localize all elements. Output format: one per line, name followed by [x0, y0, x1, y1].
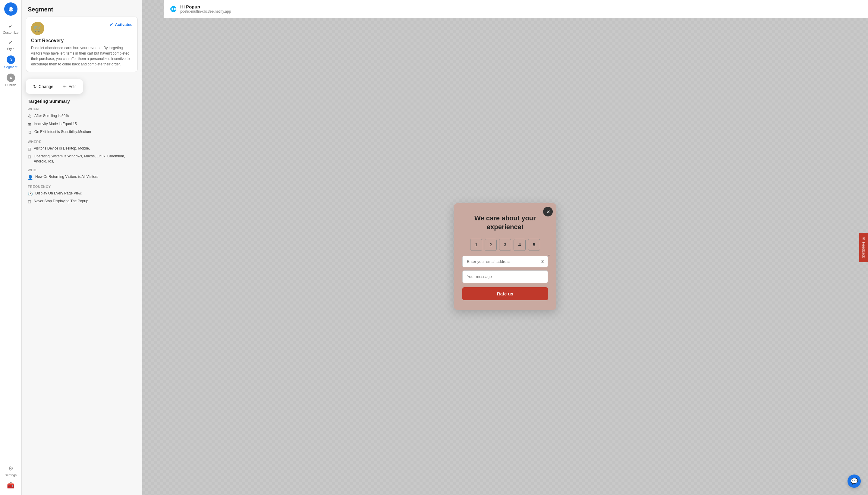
- activated-label: Activated: [115, 22, 133, 27]
- logo-icon: ◉: [8, 6, 13, 12]
- feedback-label: Feedback: [862, 242, 866, 258]
- when-label: WHEN: [28, 107, 136, 111]
- sidebar-item-customize[interactable]: ✓ Customize: [0, 20, 21, 37]
- sidebar-item-publish[interactable]: 4 Publish: [0, 71, 21, 89]
- close-icon: ✕: [546, 209, 550, 215]
- display-text: Display On Every Page View.: [35, 191, 82, 196]
- page-title: Segment: [22, 0, 142, 17]
- activated-check-icon: ✓: [109, 22, 113, 28]
- sidebar-item-integrations[interactable]: 🧰: [4, 479, 18, 491]
- action-popup: ↻ Change ✏ Edit: [26, 79, 83, 94]
- email-icon: ✉: [540, 259, 544, 264]
- targeting-item: ⊟ Never Stop Displaying The Popup: [28, 199, 136, 205]
- scroll-text: After Scrolling is 50%: [34, 113, 69, 118]
- rating-4-button[interactable]: 4: [514, 239, 526, 251]
- publish-step-number: 4: [7, 73, 15, 82]
- feedback-icon: ✉: [862, 237, 866, 240]
- display-icon: 🕐: [28, 191, 33, 197]
- targeting-summary: Targeting Summary WHEN ⏱ After Scrolling…: [22, 94, 142, 214]
- chat-button[interactable]: 💬: [848, 475, 861, 488]
- rating-1-button[interactable]: 1: [470, 239, 482, 251]
- required-asterisk: *: [548, 254, 550, 258]
- top-bar-info: Hi Popup poetic-muffin-cbc3ee.netlify.ap…: [180, 4, 231, 14]
- card-top: 🛒 ✓ Activated: [31, 22, 133, 35]
- change-icon: ↻: [33, 84, 37, 89]
- status-badge: ✓ Activated: [109, 22, 133, 28]
- site-title: Hi Popup: [180, 4, 231, 9]
- visitor-icon: 👤: [28, 174, 33, 181]
- app-logo[interactable]: ◉: [4, 2, 17, 16]
- edit-label: Edit: [68, 84, 76, 89]
- preview-popup: ✕ We care about your experience! 1 2 3 4…: [454, 203, 556, 310]
- main-content: ✕ We care about your experience! 1 2 3 4…: [142, 18, 868, 495]
- os-text: Operating System is Windows, Macos, Linu…: [34, 154, 136, 164]
- targeting-item: ⊟ Visitor's Device is Desktop, Mobile,: [28, 146, 136, 152]
- sidebar-item-settings[interactable]: ⚙ Settings: [4, 462, 18, 479]
- card-description: Don't let abandoned carts hurt your reve…: [31, 45, 133, 67]
- card-title: Cart Recovery: [31, 38, 133, 44]
- who-section: WHO 👤 New Or Returning Visitors is All V…: [28, 168, 136, 181]
- rating-3-button[interactable]: 3: [499, 239, 511, 251]
- email-input[interactable]: [462, 256, 548, 268]
- cart-icon: 🛒: [31, 22, 44, 35]
- change-label: Change: [39, 84, 53, 89]
- visitor-text: New Or Returning Visitors is All Visitor…: [35, 174, 98, 180]
- scroll-icon: ⏱: [28, 114, 32, 120]
- popup-title: We care about your experience!: [462, 214, 548, 231]
- targeting-item: 👤 New Or Returning Visitors is All Visit…: [28, 174, 136, 181]
- sidebar-item-label: Customize: [3, 31, 19, 34]
- feedback-tab[interactable]: ✉ Feedback: [859, 233, 868, 262]
- sidebar-item-label: Style: [7, 47, 14, 51]
- device-text: Visitor's Device is Desktop, Mobile,: [34, 146, 90, 151]
- top-bar: 🌐 Hi Popup poetic-muffin-cbc3ee.netlify.…: [164, 0, 868, 18]
- segment-card: 🛒 ✓ Activated Cart Recovery Don't let ab…: [26, 17, 138, 72]
- exit-text: On Exit Intent is Sensibility:Medium: [34, 129, 91, 134]
- where-section: WHERE ⊟ Visitor's Device is Desktop, Mob…: [28, 140, 136, 164]
- segment-step-number: 3: [7, 55, 15, 64]
- sidebar-item-segment[interactable]: 3 Segment: [0, 53, 21, 71]
- edit-button[interactable]: ✏ Edit: [60, 83, 78, 90]
- device-icon: ⊟: [28, 146, 31, 152]
- sidebar-item-label: Segment: [4, 65, 17, 69]
- chat-icon: 💬: [851, 478, 858, 485]
- customize-check-icon: ✓: [8, 23, 13, 30]
- message-input[interactable]: [462, 270, 548, 283]
- frequency-label: FREQUENCY: [28, 185, 136, 188]
- who-label: WHO: [28, 168, 136, 172]
- when-section: WHEN ⏱ After Scrolling is 50% ⊞ Inactivi…: [28, 107, 136, 136]
- rating-5-button[interactable]: 5: [528, 239, 540, 251]
- targeting-item: 🕐 Display On Every Page View.: [28, 191, 136, 197]
- targeting-item: ⏱ After Scrolling is 50%: [28, 113, 136, 120]
- sidebar-item-style[interactable]: ✓ Style: [0, 37, 21, 53]
- site-url: poetic-muffin-cbc3ee.netlify.app: [180, 9, 231, 14]
- edit-icon: ✏: [63, 84, 67, 89]
- rate-us-button[interactable]: Rate us: [462, 287, 548, 300]
- segment-panel: Segment 🛒 ✓ Activated Cart Recovery Don'…: [22, 0, 142, 495]
- settings-icon: ⚙: [8, 465, 14, 472]
- email-field-row: ✉ *: [462, 256, 548, 268]
- exit-icon: 🖥: [28, 130, 32, 136]
- rating-2-button[interactable]: 2: [485, 239, 497, 251]
- stop-text: Never Stop Displaying The Popup: [34, 199, 88, 204]
- integrations-icon: 🧰: [7, 482, 15, 489]
- where-label: WHERE: [28, 140, 136, 143]
- inactivity-text: Inactivity Mode is Equal 15: [34, 121, 77, 126]
- rating-row: 1 2 3 4 5: [462, 239, 548, 251]
- style-check-icon: ✓: [8, 39, 13, 46]
- change-button[interactable]: ↻ Change: [31, 83, 56, 90]
- sidebar-item-label: Publish: [5, 83, 16, 87]
- stop-icon: ⊟: [28, 199, 31, 205]
- popup-close-button[interactable]: ✕: [543, 207, 553, 217]
- targeting-item: ⊞ Inactivity Mode is Equal 15: [28, 121, 136, 128]
- targeting-item: 🖥 On Exit Intent is Sensibility:Medium: [28, 129, 136, 136]
- sidebar: ◉ ✓ Customize ✓ Style 3 Segment 4 Publis…: [0, 0, 22, 495]
- os-icon: ⊟: [28, 154, 31, 160]
- globe-icon: 🌐: [170, 6, 177, 12]
- main-preview-area: 🌐 Hi Popup poetic-muffin-cbc3ee.netlify.…: [142, 0, 868, 495]
- frequency-section: FREQUENCY 🕐 Display On Every Page View. …: [28, 185, 136, 205]
- settings-label: Settings: [5, 473, 17, 477]
- inactivity-icon: ⊞: [28, 122, 31, 128]
- targeting-item: ⊟ Operating System is Windows, Macos, Li…: [28, 154, 136, 164]
- targeting-summary-title: Targeting Summary: [28, 99, 136, 104]
